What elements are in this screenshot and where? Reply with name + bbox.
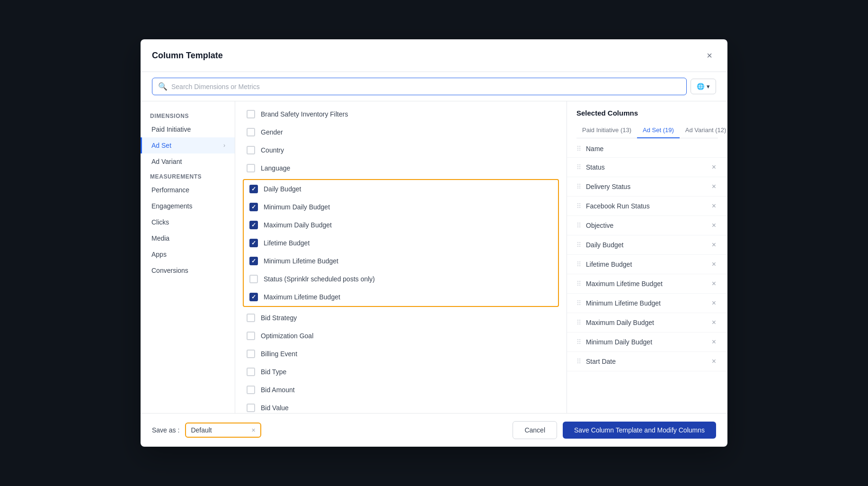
selected-item-name: Status bbox=[586, 163, 605, 171]
list-item[interactable]: Status (Sprinklr scheduled posts only) bbox=[244, 270, 558, 288]
sidebar-item-clicks[interactable]: Clicks bbox=[141, 214, 235, 230]
remove-maximum-daily-budget-button[interactable]: × bbox=[710, 318, 718, 327]
checkbox-minimum-daily-budget[interactable] bbox=[249, 203, 258, 211]
drag-handle-icon[interactable]: ⠿ bbox=[576, 163, 581, 171]
remove-maximum-lifetime-budget-button[interactable]: × bbox=[710, 279, 718, 288]
sidebar-item-media[interactable]: Media bbox=[141, 230, 235, 246]
drag-handle-icon[interactable]: ⠿ bbox=[576, 319, 581, 326]
list-item[interactable]: Language bbox=[235, 159, 567, 177]
list-item[interactable]: Daily Budget bbox=[244, 180, 558, 198]
drag-handle-icon[interactable]: ⠿ bbox=[576, 222, 581, 229]
column-label: Brand Safety Inventory Filters bbox=[261, 110, 348, 118]
sidebar-item-paid-initiative[interactable]: Paid Initiative bbox=[141, 121, 235, 137]
checkbox-bid-strategy[interactable] bbox=[247, 314, 255, 322]
drag-handle-icon[interactable]: ⠿ bbox=[576, 145, 581, 153]
list-item[interactable]: Minimum Daily Budget bbox=[244, 198, 558, 216]
sidebar-item-label: Conversions bbox=[151, 267, 188, 274]
remove-objective-button[interactable]: × bbox=[710, 221, 718, 230]
checkbox-lifetime-budget[interactable] bbox=[249, 239, 258, 247]
drag-handle-icon[interactable]: ⠿ bbox=[576, 299, 581, 307]
cancel-button[interactable]: Cancel bbox=[513, 421, 557, 439]
selected-item-name: Name bbox=[586, 145, 603, 153]
sidebar-item-label: Performance bbox=[151, 186, 189, 194]
list-item[interactable]: Bid Type bbox=[235, 363, 567, 381]
tab-ad-variant[interactable]: Ad Variant (12) bbox=[680, 123, 727, 138]
globe-icon: 🌐 bbox=[697, 83, 705, 90]
checkbox-minimum-lifetime-budget[interactable] bbox=[249, 257, 258, 265]
save-as-label: Save as : bbox=[152, 426, 179, 434]
list-item[interactable]: Billing Event bbox=[235, 345, 567, 363]
sidebar-item-label: Engagements bbox=[151, 202, 192, 210]
selected-item-name: Maximum Lifetime Budget bbox=[586, 280, 663, 288]
selected-item: ⠿ Maximum Daily Budget × bbox=[567, 313, 727, 333]
list-item[interactable]: Bid Value bbox=[235, 399, 567, 413]
drag-handle-icon[interactable]: ⠿ bbox=[576, 280, 581, 288]
tabs: Paid Initiative (13) Ad Set (19) Ad Vari… bbox=[576, 123, 718, 138]
drag-handle-icon[interactable]: ⠿ bbox=[576, 338, 581, 346]
modal-header: Column Template × bbox=[141, 39, 727, 72]
remove-start-date-button[interactable]: × bbox=[710, 357, 718, 366]
list-item[interactable]: Bid Strategy bbox=[235, 309, 567, 327]
checkbox-bid-type[interactable] bbox=[247, 368, 255, 376]
sidebar-item-conversions[interactable]: Conversions bbox=[141, 262, 235, 279]
list-item[interactable]: Bid Amount bbox=[235, 381, 567, 399]
drag-handle-icon[interactable]: ⠿ bbox=[576, 241, 581, 249]
remove-facebook-run-status-button[interactable]: × bbox=[710, 201, 718, 211]
list-item[interactable]: Country bbox=[235, 141, 567, 159]
list-item[interactable]: Lifetime Budget bbox=[244, 234, 558, 252]
remove-lifetime-budget-button[interactable]: × bbox=[710, 260, 718, 269]
drag-handle-icon[interactable]: ⠿ bbox=[576, 202, 581, 210]
drag-handle-icon[interactable]: ⠿ bbox=[576, 261, 581, 268]
sidebar: Dimensions Paid Initiative Ad Set › Ad V… bbox=[141, 101, 235, 413]
checkbox-bid-value[interactable] bbox=[247, 404, 255, 412]
close-button[interactable]: × bbox=[703, 49, 716, 62]
checkbox-status-sprinklr[interactable] bbox=[249, 275, 258, 283]
remove-daily-budget-button[interactable]: × bbox=[710, 240, 718, 250]
remove-minimum-daily-budget-button[interactable]: × bbox=[710, 337, 718, 347]
list-item[interactable]: Maximum Daily Budget bbox=[244, 216, 558, 234]
checkbox-bid-amount[interactable] bbox=[247, 386, 255, 394]
tab-ad-set[interactable]: Ad Set (19) bbox=[637, 123, 680, 138]
remove-delivery-status-button[interactable]: × bbox=[710, 182, 718, 191]
checkbox-language[interactable] bbox=[247, 164, 255, 172]
sidebar-item-ad-set[interactable]: Ad Set › bbox=[141, 137, 235, 153]
checkbox-optimization-goal[interactable] bbox=[247, 332, 255, 340]
remove-status-button[interactable]: × bbox=[710, 162, 718, 172]
save-as-clear-button[interactable]: × bbox=[251, 426, 255, 434]
drag-handle-icon[interactable]: ⠿ bbox=[576, 358, 581, 365]
globe-dropdown-button[interactable]: 🌐 ▾ bbox=[691, 79, 716, 94]
checkbox-daily-budget[interactable] bbox=[249, 185, 258, 193]
search-bar: 🔍 🌐 ▾ bbox=[141, 72, 727, 101]
checkbox-country[interactable] bbox=[247, 146, 255, 154]
selected-item-left: ⠿ Objective bbox=[576, 222, 613, 229]
column-label: Minimum Daily Budget bbox=[264, 203, 330, 211]
column-label: Bid Value bbox=[261, 404, 289, 412]
sidebar-item-engagements[interactable]: Engagements bbox=[141, 198, 235, 214]
selected-item: ⠿ Minimum Lifetime Budget × bbox=[567, 294, 727, 313]
search-icon: 🔍 bbox=[158, 82, 168, 91]
sidebar-item-performance[interactable]: Performance bbox=[141, 182, 235, 198]
save-as-input[interactable] bbox=[191, 426, 248, 434]
search-input[interactable] bbox=[171, 83, 681, 90]
list-item[interactable]: Maximum Lifetime Budget bbox=[244, 288, 558, 306]
checkbox-brand-safety[interactable] bbox=[247, 110, 255, 118]
list-item[interactable]: Minimum Lifetime Budget bbox=[244, 252, 558, 270]
selected-item-left: ⠿ Maximum Lifetime Budget bbox=[576, 280, 663, 288]
drag-handle-icon[interactable]: ⠿ bbox=[576, 183, 581, 190]
checkbox-gender[interactable] bbox=[247, 128, 255, 136]
sidebar-item-ad-variant[interactable]: Ad Variant bbox=[141, 153, 235, 170]
list-item[interactable]: Gender bbox=[235, 123, 567, 141]
checkbox-maximum-daily-budget[interactable] bbox=[249, 221, 258, 229]
checkbox-maximum-lifetime-budget[interactable] bbox=[249, 293, 258, 301]
tab-paid-initiative[interactable]: Paid Initiative (13) bbox=[576, 123, 637, 138]
column-label: Optimization Goal bbox=[261, 332, 313, 340]
modal-footer: Save as : × Cancel Save Column Template … bbox=[141, 413, 727, 447]
list-item[interactable]: Optimization Goal bbox=[235, 327, 567, 345]
remove-minimum-lifetime-budget-button[interactable]: × bbox=[710, 298, 718, 308]
checkbox-billing-event[interactable] bbox=[247, 350, 255, 358]
save-column-template-button[interactable]: Save Column Template and Modify Columns bbox=[563, 422, 716, 439]
list-item[interactable]: Brand Safety Inventory Filters bbox=[235, 105, 567, 123]
modal-backdrop: Column Template × 🔍 🌐 ▾ Dimensions Paid … bbox=[0, 0, 868, 486]
selected-item: ⠿ Maximum Lifetime Budget × bbox=[567, 274, 727, 294]
sidebar-item-apps[interactable]: Apps bbox=[141, 246, 235, 262]
